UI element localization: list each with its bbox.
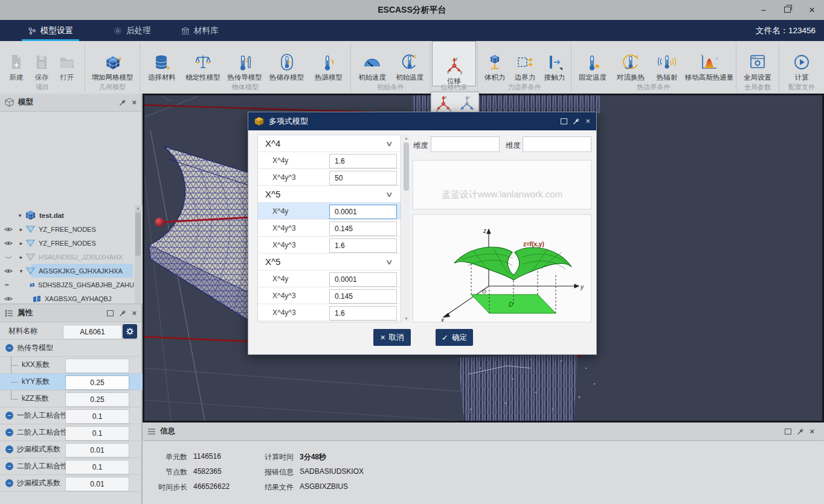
heat-conduction-model-button[interactable]: 热传导模型 bbox=[225, 43, 265, 82]
watermark-text: 蓝蓝设计www.lanlanwork.com bbox=[442, 189, 562, 200]
ok-button[interactable]: ✓ 确定 bbox=[436, 329, 473, 346]
term-value-input[interactable] bbox=[329, 154, 397, 168]
displacement-triad-red-icon[interactable]: z x y bbox=[434, 95, 453, 113]
initial-velocity-button[interactable]: 初始速度 bbox=[355, 43, 390, 82]
boundary-force-button[interactable]: 边界力 bbox=[510, 43, 539, 82]
term-value-input[interactable] bbox=[329, 272, 397, 287]
close-button[interactable]: × bbox=[800, 0, 824, 20]
term-section-header[interactable]: X^5 ∨ bbox=[258, 186, 401, 203]
term-value-input[interactable] bbox=[329, 238, 397, 253]
initial-velocity-icon bbox=[362, 53, 382, 71]
eye-icon[interactable] bbox=[4, 282, 10, 288]
close-panel-icon[interactable]: × bbox=[132, 310, 137, 317]
dimension-input-2[interactable] bbox=[523, 136, 591, 152]
maximize-panel-icon[interactable] bbox=[107, 310, 114, 316]
scroll-down-icon[interactable]: ▼ bbox=[403, 316, 410, 322]
scrollbar-thumb[interactable] bbox=[135, 212, 141, 256]
eye-icon[interactable] bbox=[4, 226, 13, 232]
expand-icon[interactable]: ▸ bbox=[18, 240, 24, 246]
minimize-button[interactable]: − bbox=[752, 0, 776, 20]
body-force-button[interactable]: 体积力 bbox=[480, 43, 509, 82]
property-row: kZZ系数 bbox=[0, 391, 143, 407]
tree-item[interactable]: ▸ YZ_FREE_NODES bbox=[0, 236, 134, 250]
displacement-icon: zxy bbox=[445, 57, 464, 75]
svg-text:y: y bbox=[716, 56, 718, 60]
maximize-dialog-icon[interactable] bbox=[561, 118, 567, 124]
tree-item[interactable]: SDHSBJZS_GHSABJHB_ZAHU bbox=[0, 278, 134, 292]
close-panel-icon[interactable]: × bbox=[132, 99, 137, 106]
select-material-button[interactable]: + 选择材料 bbox=[143, 43, 181, 82]
tree-item[interactable]: ▸ YZ_FREE_NODES bbox=[0, 222, 134, 236]
initial-temperature-button[interactable]: 初始温度 bbox=[392, 43, 427, 82]
dialog-header[interactable]: 多项式模型 × bbox=[248, 112, 596, 130]
property-row: − 沙漏模式系数 bbox=[0, 441, 143, 458]
expand-icon[interactable]: ▾ bbox=[18, 268, 24, 274]
pin-icon[interactable] bbox=[119, 99, 126, 106]
term-value-input[interactable] bbox=[329, 306, 397, 321]
new-button[interactable]: 新建 bbox=[5, 43, 28, 82]
section-heat-conduction[interactable]: − 热传导模型 bbox=[0, 340, 143, 357]
node-count-value: 4582365 bbox=[193, 467, 222, 476]
term-value-input[interactable] bbox=[329, 205, 397, 219]
term-row: X^4y bbox=[258, 152, 401, 169]
eye-icon[interactable] bbox=[4, 268, 13, 274]
radiation-button[interactable]: 热辐射 bbox=[651, 43, 683, 82]
dimension-input-1[interactable] bbox=[431, 136, 500, 152]
global-settings-button[interactable]: 全局设置 bbox=[739, 43, 776, 82]
property-row: − 二阶人工粘合性 bbox=[0, 424, 143, 441]
term-section-header[interactable]: X^5 ∨ bbox=[258, 254, 401, 270]
open-button[interactable]: 打开 bbox=[56, 43, 79, 82]
eye-icon[interactable] bbox=[4, 296, 13, 302]
property-input[interactable] bbox=[65, 443, 129, 458]
scroll-up-icon[interactable]: ▲ bbox=[403, 135, 410, 141]
term-value-input[interactable] bbox=[329, 289, 397, 304]
property-input[interactable] bbox=[65, 460, 129, 474]
tab-model-setup[interactable]: 模型设置 bbox=[28, 20, 73, 41]
property-input[interactable] bbox=[65, 477, 129, 491]
scroll-up-icon[interactable]: ▲ bbox=[135, 205, 141, 211]
expand-icon[interactable]: ▸ bbox=[18, 226, 24, 232]
property-input[interactable] bbox=[65, 426, 129, 441]
fixed-temperature-button[interactable]: 固定温度 bbox=[575, 43, 610, 82]
tab-material-library[interactable]: 材料库 bbox=[181, 20, 219, 41]
material-settings-button[interactable] bbox=[123, 324, 137, 339]
tree-item[interactable]: ▸ HSAUHDISU_JZXIUXHAHX bbox=[0, 250, 134, 264]
contact-force-button[interactable]: 接触力 bbox=[541, 43, 568, 82]
term-value-input[interactable] bbox=[329, 171, 397, 185]
gauss-heat-flux-button[interactable]: zy 移动高斯热通量 bbox=[685, 43, 733, 82]
maximize-panel-icon[interactable] bbox=[785, 429, 791, 435]
term-section-header[interactable]: X^4 ∨ bbox=[258, 135, 401, 152]
kyy-input[interactable] bbox=[65, 375, 129, 390]
cancel-button[interactable]: × 取消 bbox=[373, 329, 411, 346]
material-name-input[interactable] bbox=[63, 325, 122, 339]
pin-icon[interactable] bbox=[119, 310, 126, 317]
eye-closed-icon[interactable] bbox=[4, 254, 13, 260]
term-value-input[interactable] bbox=[329, 222, 397, 236]
scrollbar-thumb[interactable] bbox=[404, 142, 409, 191]
close-dialog-icon[interactable]: × bbox=[585, 118, 590, 125]
kzz-input[interactable] bbox=[65, 392, 129, 407]
stability-model-button[interactable]: 稳定性模型 bbox=[183, 43, 223, 82]
heat-storage-model-button[interactable]: 热储存模型 bbox=[266, 43, 307, 82]
close-panel-icon[interactable]: × bbox=[810, 428, 814, 435]
convection-button[interactable]: 对流换热 bbox=[613, 43, 649, 82]
tab-postprocess[interactable]: 后处理 bbox=[114, 20, 151, 41]
expand-icon[interactable]: ▾ bbox=[17, 212, 23, 219]
tree-root[interactable]: ▾ test.dat bbox=[0, 208, 134, 222]
tree-item-selected[interactable]: ▾ AGSGKJKG_GJHXAJKHXA bbox=[0, 264, 134, 278]
save-button[interactable]: 保存 bbox=[30, 43, 53, 82]
eye-icon[interactable] bbox=[4, 240, 13, 246]
pin-icon[interactable] bbox=[797, 428, 804, 435]
compute-button[interactable]: 计算 bbox=[784, 43, 819, 82]
property-input[interactable] bbox=[65, 409, 129, 424]
new-file-icon bbox=[9, 53, 24, 71]
displacement-button[interactable]: zxy 位移 bbox=[433, 42, 475, 86]
kxx-input[interactable] bbox=[65, 359, 129, 373]
svg-text:+: + bbox=[166, 64, 170, 71]
heat-source-model-button[interactable]: 热源模型 bbox=[310, 43, 347, 82]
displacement-triad-blue-icon[interactable]: z bbox=[457, 95, 477, 113]
pin-icon[interactable] bbox=[573, 118, 580, 125]
add-mesh-model-button[interactable]: + 增加网格模型 bbox=[86, 43, 138, 82]
restore-button[interactable] bbox=[776, 0, 800, 20]
expand-icon[interactable]: ▸ bbox=[18, 254, 24, 260]
